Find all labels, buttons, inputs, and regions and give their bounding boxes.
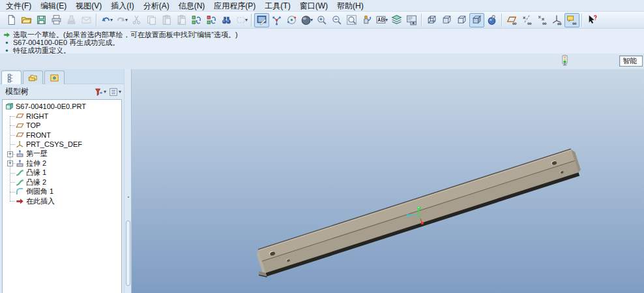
dropdown-caret-icon[interactable]: ▾ <box>119 89 121 95</box>
redo-button[interactable]: ▾ <box>114 13 129 27</box>
prompt-arrow-icon <box>3 31 10 39</box>
menu-item[interactable]: 插入(I) <box>106 0 138 12</box>
flange-icon <box>16 178 24 187</box>
shaded-display-button[interactable]: ▾ <box>299 13 314 27</box>
tree-item[interactable]: 凸缘 2 <box>3 177 121 187</box>
datum-points-button[interactable] <box>534 13 549 27</box>
flange-icon <box>16 168 24 177</box>
message-line: 选取一个草绘。(如果首选内部草绘，可在放置面板中找到“编辑”选项。) <box>3 31 641 39</box>
tree-item[interactable]: 倒圆角 1 <box>3 187 121 197</box>
menu-item[interactable]: 应用程序(P) <box>209 0 260 12</box>
find-button[interactable] <box>219 13 234 27</box>
fly-through-button[interactable] <box>484 13 499 27</box>
model-tree-header-buttons: ▾▾ <box>94 87 121 97</box>
send-mail-button[interactable] <box>79 13 94 27</box>
datum-planes-button[interactable] <box>505 13 520 27</box>
panel-splitter[interactable] <box>124 69 132 293</box>
tree-item[interactable]: FRONT <box>3 131 121 140</box>
cut-button[interactable] <box>129 13 144 27</box>
model-tree-title: 模型树 <box>5 86 29 97</box>
shaded-button[interactable] <box>469 13 484 27</box>
menu-item[interactable]: 视图(V) <box>71 0 106 12</box>
splitter-handle[interactable] <box>126 221 130 286</box>
print-stamp-button[interactable] <box>64 13 79 27</box>
datum-axes-button[interactable] <box>520 13 534 27</box>
model-tree: S67-004100-0E0.PRTRIGHTTOPFRONTPRT_CSYS_… <box>2 99 122 293</box>
tree-item[interactable]: RIGHT <box>3 112 121 121</box>
print-button[interactable] <box>49 13 64 27</box>
folder-browser-tab[interactable] <box>23 70 43 84</box>
dropdown-caret-icon[interactable]: ▾ <box>104 89 106 95</box>
first-wall-icon <box>16 149 24 158</box>
dropdown-caret-icon[interactable]: ▾ <box>110 17 113 23</box>
menu-item[interactable]: 窗口(W) <box>295 0 332 12</box>
orient-mode-button[interactable] <box>284 13 299 27</box>
tree-item[interactable]: 在此插入 <box>3 196 121 206</box>
tree-item-label: 凸缘 1 <box>26 168 46 177</box>
paste-button[interactable] <box>159 13 174 27</box>
datum-plane-icon <box>16 131 24 139</box>
model-tree-tab[interactable] <box>1 70 22 84</box>
menu-bar: 文件(F)编辑(E)视图(V)插入(I)分析(A)信息(N)应用程序(P)工具(… <box>0 0 644 12</box>
tree-item[interactable]: +拉伸 2 <box>3 159 121 168</box>
paste-special-button[interactable] <box>174 13 189 27</box>
tree-item[interactable]: PRT_CSYS_DEF <box>3 140 121 149</box>
expand-toggle[interactable]: + <box>7 151 13 157</box>
regenerate-manager-button[interactable] <box>204 13 219 27</box>
tree-item-label: FRONT <box>26 131 51 139</box>
view-manager-button[interactable] <box>404 13 419 27</box>
expand-toggle[interactable]: + <box>7 161 13 166</box>
hidden-line-button[interactable] <box>439 13 454 27</box>
annotations-button[interactable] <box>564 13 579 27</box>
zoom-out-button[interactable] <box>329 13 344 27</box>
layers-button[interactable] <box>389 13 404 27</box>
undo-button[interactable]: ▾ <box>99 13 114 27</box>
selection-filter-combobox[interactable]: 智能 <box>619 55 643 67</box>
message-text: 选取一个草绘。(如果首选内部草绘，可在放置面板中找到“编辑”选项。) <box>13 31 238 39</box>
3d-model-canvas[interactable] <box>132 69 644 293</box>
tree-item[interactable]: 凸缘 1 <box>3 168 121 178</box>
datum-csys-button[interactable] <box>549 13 564 27</box>
selection-filter-value: 智能 <box>622 57 637 65</box>
regen-status-traffic-light-icon[interactable] <box>559 55 570 69</box>
zoom-in-button[interactable] <box>314 13 329 27</box>
wireframe-button[interactable] <box>424 13 439 27</box>
show-filter-button[interactable]: ▾ <box>94 87 106 97</box>
tree-item-label: 在此插入 <box>26 196 55 206</box>
toolbar-separator <box>96 14 97 27</box>
copy-button[interactable] <box>144 13 159 27</box>
tree-item-label: S67-004100-0E0.PRT <box>16 102 86 110</box>
tree-item[interactable]: TOP <box>3 121 121 131</box>
main-area: 模型树 ▾▾ S67-004100-0E0.PRTRIGHTTOPFRONTPR… <box>0 69 644 293</box>
select-box-button[interactable]: ▾ <box>234 13 249 27</box>
reorient-button[interactable] <box>359 13 374 27</box>
spin-center-button[interactable] <box>269 13 284 27</box>
dropdown-caret-icon[interactable]: ▾ <box>310 17 313 23</box>
graphics-viewport[interactable] <box>132 69 644 293</box>
menu-item[interactable]: 编辑(E) <box>36 0 71 12</box>
menu-item[interactable]: 帮助(H) <box>332 0 368 12</box>
menu-item[interactable]: 信息(N) <box>174 0 210 12</box>
tree-item[interactable]: +第一壁 <box>3 149 121 159</box>
menu-item[interactable]: 分析(A) <box>139 0 174 12</box>
redraw-button[interactable] <box>254 13 269 27</box>
tree-item[interactable]: S67-004100-0E0.PRT <box>3 102 121 112</box>
menu-item[interactable]: 文件(F) <box>1 0 36 12</box>
regenerate-button[interactable] <box>189 13 204 27</box>
sheetmetal-part[interactable] <box>251 147 583 279</box>
refit-button[interactable] <box>344 13 359 27</box>
tree-item-label: 拉伸 2 <box>26 159 46 168</box>
new-file-button[interactable] <box>4 13 19 27</box>
save-button[interactable] <box>34 13 49 27</box>
favorites-tab[interactable] <box>44 70 65 84</box>
model-tree-header: 模型树 ▾▾ <box>0 84 124 99</box>
no-hidden-button[interactable] <box>454 13 469 27</box>
message-line: S67-004100-0E0 再生成功完成。 <box>3 39 641 46</box>
menu-item[interactable]: 工具(T) <box>260 0 295 12</box>
dropdown-caret-icon[interactable]: ▾ <box>385 17 388 23</box>
settings-list-button[interactable]: ▾ <box>109 87 121 97</box>
saved-views-button[interactable]: ▾ <box>374 13 389 27</box>
open-folder-button[interactable] <box>19 13 34 27</box>
tree-item-label: RIGHT <box>26 112 48 120</box>
context-help-button[interactable] <box>585 13 600 27</box>
